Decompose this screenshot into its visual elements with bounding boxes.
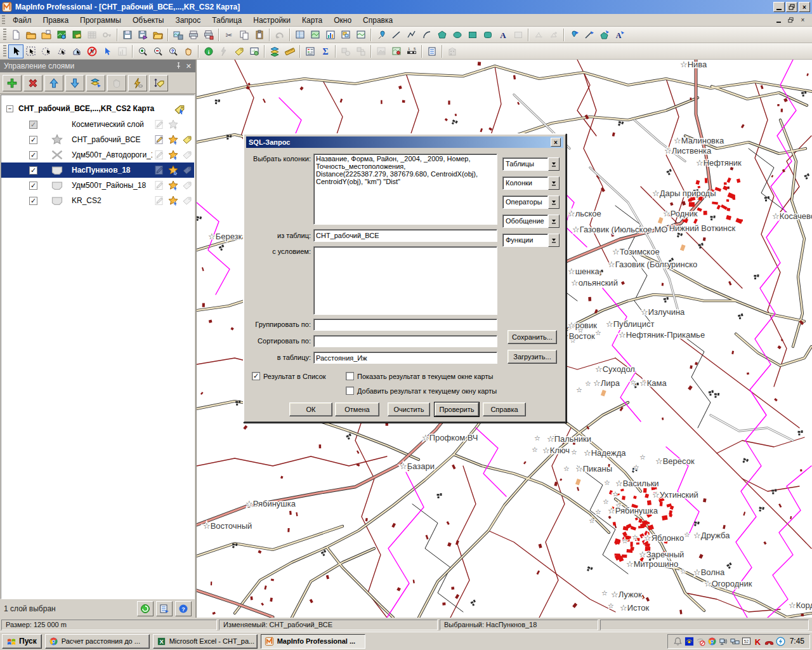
- audio-tray-icon[interactable]: [719, 637, 728, 646]
- info-tool[interactable]: i: [201, 44, 216, 58]
- new-layout-button[interactable]: [338, 28, 353, 42]
- layer-row-Удм500т_Районы_18[interactable]: ✓Удм500т_Районы_18: [1, 178, 194, 193]
- layer-autolabel-icon[interactable]: [180, 196, 194, 206]
- menu-Объекты[interactable]: Объекты: [127, 15, 170, 26]
- browse-results-checkbox[interactable]: ✓: [252, 372, 260, 380]
- verify-button[interactable]: Проверить: [435, 402, 479, 416]
- polygon-tool[interactable]: [435, 28, 450, 42]
- dropdown-aggregates[interactable]: Обобщение: [502, 215, 560, 228]
- print-button[interactable]: [186, 28, 201, 42]
- hotlink-options-button[interactable]: [128, 75, 147, 91]
- help-button[interactable]: Справка: [483, 402, 526, 416]
- layer-visibility-checkbox[interactable]: ✓: [29, 121, 37, 129]
- layer-autolabel-icon[interactable]: [180, 150, 194, 160]
- menu-Таблица[interactable]: Таблица: [206, 15, 247, 26]
- dropdown-arrow-icon[interactable]: [548, 196, 560, 209]
- change-zoom-button[interactable]: ?: [166, 44, 181, 58]
- layer-control-button[interactable]: [267, 44, 282, 58]
- legend-window-button[interactable]: [424, 44, 440, 58]
- layer-autolabel-icon[interactable]: [180, 165, 194, 175]
- into-table-field[interactable]: [313, 352, 497, 364]
- restore-button[interactable]: [786, 2, 797, 12]
- help-button[interactable]: ?: [175, 601, 192, 616]
- new-mapper-button[interactable]: [308, 28, 323, 42]
- menu-Запрос[interactable]: Запрос: [169, 15, 206, 26]
- fax-tray-icon[interactable]: [764, 637, 774, 646]
- layer-editable-icon[interactable]: [152, 150, 166, 160]
- remove-layer-button[interactable]: [23, 75, 43, 91]
- print-window-button[interactable]: [201, 28, 216, 42]
- pan-tool[interactable]: [181, 44, 196, 58]
- add-to-current-map-checkbox[interactable]: [346, 387, 354, 395]
- layer-row-Удм500т_Автодороги_1[interactable]: ✓Удм500т_Автодороги_1: [1, 147, 194, 162]
- show-in-current-map-checkbox[interactable]: [346, 372, 354, 380]
- close-button[interactable]: ×: [799, 2, 810, 12]
- select-tool[interactable]: [8, 44, 23, 58]
- symbol-tool[interactable]: [374, 28, 389, 42]
- collapse-icon[interactable]: −: [6, 105, 13, 112]
- dropdown-arrow-icon[interactable]: [548, 157, 560, 171]
- show-legend-button[interactable]: [303, 44, 318, 58]
- rectangle-tool[interactable]: [465, 28, 480, 42]
- label-order-button[interactable]: [149, 75, 168, 91]
- dropdown-functions[interactable]: Функции: [502, 234, 560, 247]
- layer-autolabel-icon[interactable]: [180, 135, 194, 145]
- power-tray-icon[interactable]: [776, 637, 785, 646]
- unselect-all-button[interactable]: [84, 44, 100, 58]
- menu-Настройки[interactable]: Настройки: [247, 15, 296, 26]
- apply-button[interactable]: [137, 601, 154, 616]
- layer-selectable-icon[interactable]: [166, 150, 180, 160]
- network-tray-icon[interactable]: [730, 637, 740, 646]
- new-browser-button[interactable]: [292, 28, 308, 42]
- group-by-field[interactable]: [313, 319, 497, 331]
- mdi-close-button[interactable]: ×: [797, 15, 808, 25]
- layer-editable-icon[interactable]: [152, 135, 166, 145]
- load-template-button[interactable]: Загрузить...: [508, 350, 557, 364]
- show-statistics-button[interactable]: Σ: [318, 44, 333, 58]
- save-copy-as-button[interactable]: [150, 28, 166, 42]
- taskbar-task-chrome[interactable]: Расчет расстояния до ...: [45, 634, 150, 649]
- panel-close-icon[interactable]: ✕: [186, 62, 192, 70]
- layer-editable-icon[interactable]: [152, 180, 166, 190]
- from-tables-field[interactable]: [313, 229, 497, 242]
- radius-select-tool[interactable]: [39, 44, 54, 58]
- layer-editable-icon[interactable]: [152, 119, 166, 129]
- open-dbms-table-button[interactable]: [39, 28, 54, 42]
- layer-selectable-icon[interactable]: [166, 180, 180, 190]
- select-columns-field[interactable]: Название, Форма, Район, _2004, _2009, Но…: [313, 154, 497, 225]
- open-table-button[interactable]: [23, 28, 39, 42]
- taskbar-task-excel[interactable]: XMicrosoft Excel - СНТ_ра...: [153, 634, 258, 649]
- layer-row-KR_CS2[interactable]: ✓KR_CS2: [1, 193, 194, 208]
- order-by-field[interactable]: [313, 335, 497, 347]
- menu-Окно[interactable]: Окно: [328, 15, 357, 26]
- dropdown-arrow-icon[interactable]: [548, 215, 560, 228]
- wireless-off-tray-icon[interactable]: [696, 637, 705, 646]
- line-tool[interactable]: [389, 28, 404, 42]
- open-web-service-button[interactable]: [69, 28, 84, 42]
- line-style-button[interactable]: [582, 28, 597, 42]
- rounded-rectangle-tool[interactable]: [480, 28, 495, 42]
- layer-visibility-checkbox[interactable]: ✓: [29, 166, 37, 175]
- mdi-restore-button[interactable]: [785, 15, 796, 25]
- boundary-select-tool[interactable]: [69, 44, 84, 58]
- layer-selectable-icon[interactable]: [166, 196, 180, 206]
- save-table-button[interactable]: [120, 28, 135, 42]
- layer-editable-icon[interactable]: [152, 165, 166, 175]
- polygon-select-tool[interactable]: [54, 44, 69, 58]
- ruler-tool[interactable]: [282, 44, 298, 58]
- layer-selectable-icon[interactable]: [166, 135, 180, 145]
- dropdown-columns[interactable]: Колонки: [502, 176, 560, 190]
- save-template-button[interactable]: Сохранить...: [508, 330, 557, 344]
- dialog-titlebar[interactable]: SQL-Запрос ×: [246, 136, 563, 148]
- dropdown-arrow-icon[interactable]: [548, 176, 560, 190]
- symbol-style-button[interactable]: [566, 28, 582, 42]
- toolbar-gripper[interactable]: [3, 29, 6, 41]
- menu-Карта[interactable]: Карта: [296, 15, 328, 26]
- layer-row-НасПункнов_18[interactable]: ✓НасПункнов_18: [1, 162, 194, 178]
- menu-Программы[interactable]: Программы: [74, 15, 127, 26]
- invert-selection-button[interactable]: [100, 44, 115, 58]
- ellipse-tool[interactable]: [450, 28, 465, 42]
- marquee-select-tool[interactable]: [23, 44, 39, 58]
- zoom-in-tool[interactable]: [135, 44, 150, 58]
- toolbar-gripper[interactable]: [3, 45, 6, 58]
